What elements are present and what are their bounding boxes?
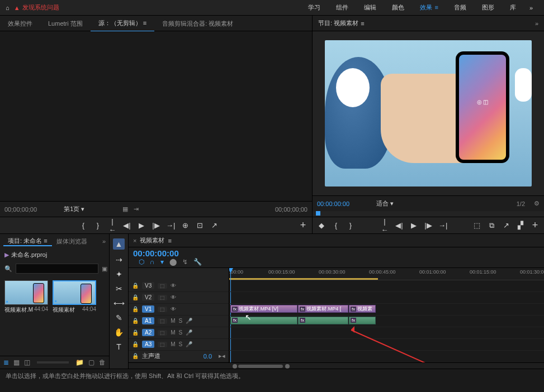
source-transport: { } |← ◀| ▶ |▶ →| ⊕ ⊡ ↗ + xyxy=(0,217,312,233)
program-step-fwd-icon[interactable]: |▶ xyxy=(424,221,433,230)
system-warning[interactable]: ▲ 发现系统问题 xyxy=(14,3,59,12)
source-play-icon[interactable]: ▶ xyxy=(137,221,146,230)
source-step-fwd-icon[interactable]: |▶ xyxy=(152,221,160,230)
program-timecode[interactable]: 00:00:00:00 xyxy=(317,200,349,207)
timeline-ruler[interactable]: :00:00 00:00:15:00 00:00:30:00 00:00:45:… xyxy=(229,268,544,280)
program-go-in-icon[interactable]: |← xyxy=(380,217,389,234)
track-header-v3[interactable]: 🔒V3⬚👁 xyxy=(129,280,229,292)
clip-thumbnail[interactable]: 视频素材44:04 xyxy=(53,280,96,314)
program-compare-icon[interactable]: ▞ xyxy=(516,221,525,230)
track-header-a3[interactable]: 🔒A3⬚MS🎤 xyxy=(129,339,229,351)
track-header-a1[interactable]: 🔒A1⬚MS🎤 xyxy=(129,315,229,327)
type-tool-icon[interactable]: T xyxy=(116,342,121,351)
timeline-audio-clip[interactable]: fx xyxy=(230,317,297,324)
menu-assembly[interactable]: 组件 xyxy=(328,3,356,12)
tab-lumetri-scopes[interactable]: Lumetri 范围 xyxy=(40,16,91,31)
marker-add-icon[interactable]: ▾ xyxy=(160,258,164,266)
program-lift-icon[interactable]: ⬚ xyxy=(472,221,481,230)
source-mark-out-icon[interactable]: } xyxy=(93,221,102,230)
program-marker-icon[interactable]: ◆ xyxy=(317,221,326,230)
program-resolution[interactable]: 1/2 xyxy=(512,200,529,207)
program-export-icon[interactable]: ↗ xyxy=(502,221,510,230)
track-header-v2[interactable]: 🔒V2⬚👁 xyxy=(129,292,229,304)
project-filter-icon[interactable]: ▣ xyxy=(102,265,107,273)
source-insert-icon[interactable]: ⊕ xyxy=(181,221,190,230)
tab-effect-controls[interactable]: 效果控件 xyxy=(0,16,40,31)
new-bin-icon[interactable]: 📁 xyxy=(75,358,84,366)
new-item-icon[interactable]: ▢ xyxy=(88,358,94,366)
timeline-scrollbar[interactable] xyxy=(129,362,544,369)
program-settings-icon[interactable]: ⚙ xyxy=(534,200,540,207)
tab-source-noclip[interactable]: 源：（无剪辑） ≡ xyxy=(91,15,154,32)
timeline-clip[interactable]: fx视频素材.MP4 [ xyxy=(298,305,348,313)
timeline-audio-clip[interactable]: fx xyxy=(349,317,376,324)
program-step-back-icon[interactable]: ◀| xyxy=(395,221,404,230)
track-area[interactable]: :00:00 00:00:15:00 00:00:30:00 00:00:45:… xyxy=(229,268,544,362)
home-icon[interactable]: ⌂ xyxy=(6,4,10,11)
source-go-in-icon[interactable]: |← xyxy=(108,217,117,234)
source-step-back-icon[interactable]: ◀| xyxy=(122,221,131,230)
source-mark-in-icon[interactable]: { xyxy=(79,221,88,230)
hand-tool-icon[interactable]: ✋ xyxy=(114,328,124,337)
source-view-list-icon[interactable]: ⇥ xyxy=(134,205,139,213)
view-freeform-icon[interactable]: ◫ xyxy=(24,358,30,366)
project-more-icon[interactable]: » xyxy=(102,238,106,245)
selection-tool-icon[interactable]: ▲ xyxy=(113,238,125,250)
sequence-name[interactable]: 视频素材 xyxy=(136,236,168,245)
menu-edit[interactable]: 编辑 xyxy=(356,3,384,12)
track-a1-row[interactable]: fx fx fx xyxy=(229,315,544,327)
timeline-more1-icon[interactable]: ↯ xyxy=(182,258,188,266)
razor-tool-icon[interactable]: ✂ xyxy=(116,284,122,293)
program-play-icon[interactable]: ▶ xyxy=(409,221,418,230)
program-more-icon[interactable]: » xyxy=(535,20,538,27)
source-pager[interactable]: 第1页 ▾ xyxy=(59,205,89,213)
delete-icon[interactable]: 🗑 xyxy=(99,358,106,366)
track-select-tool-icon[interactable]: ⇢ xyxy=(116,255,122,264)
pen-tool-icon[interactable]: ✎ xyxy=(116,313,122,322)
source-add-icon[interactable]: + xyxy=(299,219,308,231)
tab-project[interactable]: 项目: 未命名 ≡ xyxy=(3,237,52,246)
program-extract-icon[interactable]: ⧉ xyxy=(487,221,496,230)
menu-audio[interactable]: 音频 xyxy=(446,3,474,12)
timeline-clip[interactable]: fx视频素材.MP4 [V] xyxy=(230,305,297,313)
view-icon-icon[interactable]: ▦ xyxy=(13,358,20,366)
menu-graphics[interactable]: 图形 xyxy=(474,3,502,12)
source-go-out-icon[interactable]: →| xyxy=(166,221,175,230)
program-viewer[interactable] xyxy=(313,31,544,195)
menu-more[interactable]: » xyxy=(524,4,538,11)
linked-selection-icon[interactable]: ∩ xyxy=(150,258,155,266)
tab-audio-mixer[interactable]: 音频剪辑混合器: 视频素材 xyxy=(154,16,241,31)
menu-effects[interactable]: 效果 xyxy=(412,3,446,12)
source-export-icon[interactable]: ↗ xyxy=(210,221,219,230)
source-overwrite-icon[interactable]: ⊡ xyxy=(195,221,204,230)
source-right-timecode: 00;00;00;00 xyxy=(275,206,308,213)
program-mark-in-icon[interactable]: { xyxy=(332,221,340,230)
timeline-timecode[interactable]: 00:00:00:00 xyxy=(133,248,202,258)
ripple-edit-tool-icon[interactable]: ✦ xyxy=(116,270,122,279)
program-mark-out-icon[interactable]: } xyxy=(346,221,355,230)
timeline-audio-clip[interactable]: fx xyxy=(298,317,348,324)
tab-media-browser[interactable]: 媒体浏览器 xyxy=(52,237,92,246)
project-search-input[interactable] xyxy=(16,264,98,274)
menu-color[interactable]: 颜色 xyxy=(384,3,412,12)
slip-tool-icon[interactable]: ⟷ xyxy=(113,299,125,308)
menu-learn[interactable]: 学习 xyxy=(300,3,328,12)
timeline-settings-icon[interactable]: ⬤ xyxy=(169,258,177,266)
timeline-wrench-icon[interactable]: 🔧 xyxy=(193,258,202,266)
program-go-out-icon[interactable]: →| xyxy=(438,221,447,230)
timeline-clip[interactable]: fx视频素 xyxy=(349,305,376,313)
track-v1-row[interactable]: fx视频素材.MP4 [V] fx视频素材.MP4 [ fx视频素 xyxy=(229,304,544,315)
snap-icon[interactable]: ⬡ xyxy=(139,258,144,266)
menu-library[interactable]: 库 xyxy=(502,3,524,12)
track-header-a2[interactable]: 🔒A2⬚MS🎤 xyxy=(129,327,229,339)
zoom-slider[interactable] xyxy=(37,361,69,364)
clip-thumbnail[interactable]: 视频素材.M44:04 xyxy=(4,280,48,314)
program-add-icon[interactable]: + xyxy=(531,219,540,231)
track-header-master[interactable]: 🔒主声道0.0▸◂ xyxy=(129,351,229,362)
track-header-v1[interactable]: 🔒V1⬚👁 xyxy=(129,304,229,315)
view-list-icon[interactable]: ≣ xyxy=(3,358,9,366)
program-zoom-dropdown[interactable]: 适合 ▾ xyxy=(372,199,398,208)
work-area-bar[interactable] xyxy=(229,278,378,280)
source-view-filmstrip-icon[interactable]: ▦ xyxy=(122,205,128,213)
program-scrubber[interactable] xyxy=(313,211,544,217)
